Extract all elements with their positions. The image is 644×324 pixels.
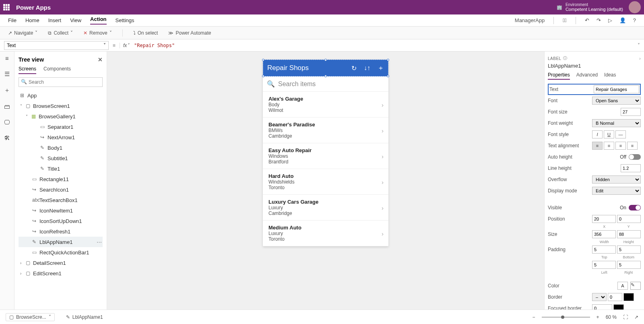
info-icon[interactable]: ⓘ: [563, 56, 568, 61]
media-rail-icon[interactable]: 🖵: [4, 119, 10, 126]
pad-top-input[interactable]: [592, 246, 616, 254]
color-chip[interactable]: ✎: [630, 282, 641, 290]
node-detailscreen[interactable]: ›▢DetailScreen1: [19, 258, 103, 268]
menu-action[interactable]: Action: [90, 16, 106, 25]
prop-displaymode-select[interactable]: Edit: [592, 187, 641, 195]
chevron-right-icon[interactable]: ›: [382, 178, 384, 185]
node-more-icon[interactable]: ⋯: [97, 239, 103, 245]
border-color-chip[interactable]: [623, 293, 634, 301]
node-iconsort[interactable]: ↪IconSortUpDown1: [19, 216, 103, 226]
menu-settings[interactable]: Settings: [116, 17, 134, 23]
tree-search-input[interactable]: [19, 77, 103, 87]
prop-overflow-select[interactable]: Hidden: [592, 175, 641, 184]
prop-font-select[interactable]: Open Sans: [592, 97, 641, 105]
align-center-button[interactable]: ≡: [604, 142, 614, 150]
list-item[interactable]: Easy Auto Repair Windows Brantford ›: [263, 143, 388, 169]
tab-screens[interactable]: Screens: [19, 66, 36, 74]
refresh-icon[interactable]: ↻: [351, 64, 357, 72]
size-w-input[interactable]: [592, 230, 616, 238]
tools-rail-icon[interactable]: 🛠: [4, 134, 10, 141]
node-rectquickaction[interactable]: ▭RectQuickActionBar1: [19, 247, 103, 258]
align-right-button[interactable]: ≡: [615, 142, 626, 150]
environment-picker[interactable]: 🏢 Environment Competent Learning (defaul…: [557, 2, 623, 12]
search-row[interactable]: 🔍 Search items: [263, 76, 388, 92]
node-browsescreen[interactable]: ˅▢BrowseScreen1: [19, 101, 103, 111]
node-searchicon[interactable]: ↪SearchIcon1: [19, 184, 103, 195]
node-separator[interactable]: ▭Separator1: [19, 122, 103, 132]
chevron-right-icon[interactable]: ›: [382, 127, 384, 134]
waffle-icon[interactable]: [3, 4, 10, 10]
zoom-in-icon[interactable]: +: [597, 314, 599, 320]
popout-icon[interactable]: ↗: [634, 314, 638, 320]
prop-lineheight-input[interactable]: [621, 164, 641, 172]
list-item[interactable]: Medium Auto Luxury Toronto ›: [263, 221, 388, 246]
cmd-collect[interactable]: ⧉Collect ˅: [48, 30, 73, 36]
app-header[interactable]: Repair Shops ↻ ↓↑ ＋: [263, 60, 388, 76]
node-iconnewitem[interactable]: ↪IconNewItem1: [19, 205, 103, 216]
tab-components[interactable]: Components: [43, 66, 71, 74]
list-item[interactable]: Hard Auto Windshields Toronto ›: [263, 169, 388, 195]
strike-button[interactable]: —: [615, 130, 626, 138]
node-subtitle[interactable]: ✎Subtitle1: [19, 153, 103, 163]
align-justify-button[interactable]: ≡: [627, 142, 638, 150]
redo-icon[interactable]: ↷: [597, 17, 601, 23]
node-body[interactable]: ✎Body1: [19, 142, 103, 153]
cmd-powerautomate[interactable]: ≫Power Automate: [168, 30, 211, 36]
app-name-label[interactable]: ManagerApp: [515, 17, 545, 23]
node-app[interactable]: ⊞App: [19, 90, 103, 101]
tab-ideas[interactable]: Ideas: [604, 72, 616, 80]
panel-expand-icon[interactable]: ›: [639, 56, 641, 61]
node-browsegallery[interactable]: ˅▦BrowseGallery1: [19, 111, 103, 122]
prop-fontweight-select[interactable]: B Normal: [592, 119, 641, 127]
pad-bottom-input[interactable]: [617, 246, 641, 254]
play-icon[interactable]: ▷: [608, 17, 612, 23]
formula-value[interactable]: "Repair Shops": [134, 43, 175, 48]
share-icon[interactable]: 👤: [619, 17, 626, 23]
menu-view[interactable]: View: [70, 17, 81, 23]
breadcrumb-screen[interactable]: ▢BrowseScre...˅: [6, 313, 55, 321]
node-title[interactable]: ✎Title1: [19, 163, 103, 174]
align-left-button[interactable]: ≡: [592, 142, 603, 150]
menu-home[interactable]: Home: [25, 17, 39, 23]
tab-advanced[interactable]: Advanced: [576, 72, 598, 80]
fit-icon[interactable]: ⛶: [623, 314, 628, 320]
pos-y-input[interactable]: [617, 215, 641, 223]
size-h-input[interactable]: [617, 230, 641, 238]
pad-left-input[interactable]: [592, 261, 616, 269]
zoom-out-icon[interactable]: −: [533, 314, 535, 320]
resize-handle[interactable]: [387, 59, 389, 61]
resize-handle[interactable]: [262, 59, 264, 61]
hamburger-icon[interactable]: ≡: [5, 55, 9, 62]
breadcrumb-control[interactable]: ✎LblAppName1: [63, 314, 106, 321]
chevron-right-icon[interactable]: ›: [382, 230, 384, 237]
resize-handle[interactable]: [387, 75, 389, 77]
chevron-right-icon[interactable]: ›: [382, 204, 384, 211]
resize-handle[interactable]: [324, 59, 327, 61]
chevron-right-icon[interactable]: ›: [382, 101, 384, 108]
property-selector[interactable]: Text˅: [4, 41, 109, 50]
node-textsearchbox[interactable]: abcTextSearchBox1: [19, 195, 103, 205]
underline-button[interactable]: U: [604, 130, 614, 138]
app-checker-icon[interactable]: ✓⃝: [563, 17, 567, 23]
tree-rail-icon[interactable]: ☰: [4, 70, 10, 78]
sort-icon[interactable]: ↓↑: [364, 64, 370, 72]
canvas[interactable]: Repair Shops ↻ ↓↑ ＋ 🔍 Search items Alex'…: [107, 52, 544, 310]
focusborder-input[interactable]: [592, 304, 612, 310]
pos-x-input[interactable]: [592, 215, 616, 223]
undo-icon[interactable]: ↶: [585, 17, 589, 23]
prop-fontsize-input[interactable]: [621, 108, 641, 116]
tab-properties[interactable]: Properties: [548, 72, 570, 80]
resize-handle[interactable]: [324, 75, 327, 77]
node-editscreen[interactable]: ›▢EditScreen1: [19, 268, 103, 279]
italic-button[interactable]: I: [592, 130, 603, 138]
node-iconrefresh[interactable]: ↪IconRefresh1: [19, 226, 103, 237]
autoheight-toggle[interactable]: [629, 154, 641, 160]
list-item[interactable]: Luxury Cars Garage Luxury Cambridge ›: [263, 195, 388, 221]
pad-right-input[interactable]: [617, 261, 641, 269]
zoom-slider[interactable]: [542, 317, 590, 318]
node-nextarrow[interactable]: ↪NextArrow1: [19, 132, 103, 142]
list-item[interactable]: Beamer's Paradise BMWs Cambridge ›: [263, 118, 388, 143]
node-rectangle11[interactable]: ▭Rectangle11: [19, 174, 103, 184]
visible-toggle[interactable]: [629, 205, 641, 210]
close-tree-icon[interactable]: ✕: [98, 56, 103, 63]
